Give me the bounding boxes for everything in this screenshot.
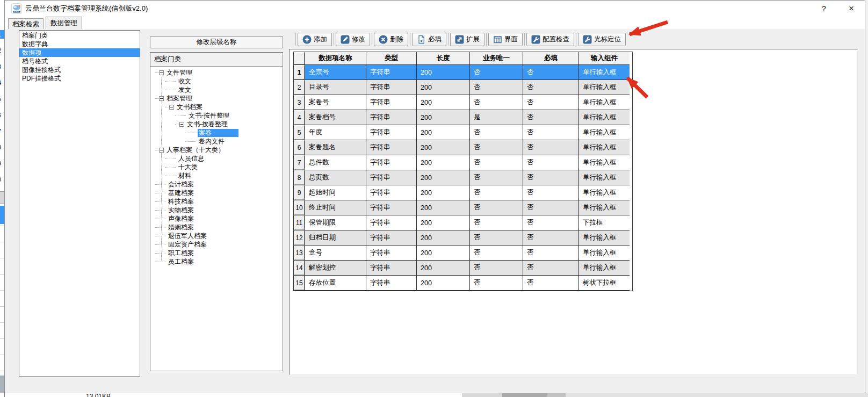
table-row[interactable]: 8总页数字符串200否否单行输入框 (294, 170, 632, 185)
rename-level-button[interactable]: 修改层级名称 (150, 36, 283, 48)
tree-item-receive-doc[interactable]: 收文 (150, 77, 283, 85)
tab-data-management[interactable]: 数据管理 (46, 17, 82, 29)
tree-item-case-volume[interactable]: 案卷 (150, 128, 283, 137)
tree-item-employee-archive[interactable]: 员工档案 (150, 257, 283, 266)
table-row[interactable]: 10终止时间字符串200否否单行输入框 (294, 200, 632, 215)
column-header-required[interactable]: 必填 (523, 52, 579, 65)
add-button[interactable]: 添加 (298, 33, 332, 46)
cell-name: 案卷档号 (305, 110, 366, 125)
cell-required: 否 (523, 261, 579, 276)
sidebar-item-docnum-format[interactable]: 档号格式 (19, 57, 140, 66)
tree-item-scitech-archive[interactable]: 科技档案 (150, 197, 283, 206)
cell-name: 案卷号 (305, 95, 366, 110)
tree-item-doc-by-volume[interactable]: 文书-按卷整理 (150, 120, 283, 128)
tree-item-fixed-assets-archive[interactable]: 固定资产档案 (150, 240, 283, 249)
tree-item-audio-visual-archive[interactable]: 声像档案 (150, 214, 283, 223)
row-number-cell[interactable]: 6 (294, 140, 305, 155)
tree-expander-collapse-icon[interactable] (169, 105, 174, 110)
table-row[interactable]: 7总件数字符串200否否单行输入框 (294, 155, 632, 170)
tree-item-materials[interactable]: 材料 (150, 171, 283, 180)
tree-item-personnel-info[interactable]: 人员信息 (150, 154, 283, 163)
delete-button[interactable]: 删除 (374, 33, 408, 46)
help-button[interactable]: ? (815, 1, 833, 17)
tree-item-document-archive[interactable]: 文书档案 (150, 103, 283, 111)
tree-item-file-management[interactable]: 文件管理 (150, 68, 283, 77)
document-icon (417, 35, 426, 44)
tree-expander-collapse-icon[interactable] (179, 122, 184, 127)
row-number-cell[interactable]: 15 (294, 276, 305, 291)
table-row[interactable]: 3案卷号字符串200否否单行输入框 (294, 95, 632, 110)
tree-expander-collapse-icon[interactable] (159, 70, 164, 75)
row-number-cell[interactable]: 7 (294, 155, 305, 170)
row-number-cell[interactable]: 14 (294, 261, 305, 276)
cursor-locate-button[interactable]: 光标定位 (578, 33, 626, 46)
tree-item-veteran-archive[interactable]: 退伍军人档案 (150, 232, 283, 240)
row-number-cell[interactable]: 3 (294, 95, 305, 110)
row-number-cell[interactable]: 9 (294, 185, 305, 200)
column-header-unique[interactable]: 业务唯一 (470, 52, 523, 65)
tree-item-personnel-archive[interactable]: 人事档案（十大类） (150, 146, 283, 154)
tree-item-physical-archive[interactable]: 实物档案 (150, 206, 283, 214)
close-button[interactable]: × (841, 1, 862, 17)
tree-item-label: 卷内文件 (198, 138, 226, 146)
row-number-cell[interactable]: 12 (294, 230, 305, 246)
column-header-type[interactable]: 类型 (366, 52, 417, 65)
row-number-cell[interactable]: 13 (294, 246, 305, 261)
required-button[interactable]: 必填 (412, 33, 446, 46)
sidebar-item-data-items[interactable]: 数据项 (19, 48, 140, 57)
cell-length: 200 (417, 230, 470, 246)
table-row[interactable]: 4案卷档号字符串200是否单行输入框 (294, 110, 632, 125)
table-row[interactable]: 14解密划控字符串200否否单行输入框 (294, 261, 632, 276)
row-number-cell[interactable]: 8 (294, 170, 305, 185)
tree-item-doc-by-item[interactable]: 文书-按件整理 (150, 111, 283, 120)
table-row[interactable]: 1全宗号字符串200否否单行输入框 (294, 65, 632, 80)
ui-button[interactable]: 界面 (488, 33, 523, 46)
cell-required: 否 (523, 65, 579, 80)
required-button-label: 必填 (428, 35, 442, 44)
sidebar-item-pdf-link-format[interactable]: PDF挂接格式 (19, 74, 140, 83)
tree-item-archive-management[interactable]: 档案管理 (150, 94, 283, 103)
table-row[interactable]: 5年度字符串200否否单行输入框 (294, 125, 632, 140)
table-row[interactable]: 11保管期限字符串200否否下拉框 (294, 215, 632, 230)
sidebar-item-data-dictionary[interactable]: 数据字典 (19, 40, 140, 48)
tree-item-staff-archive[interactable]: 职工档案 (150, 249, 283, 257)
row-number-cell[interactable]: 11 (294, 215, 305, 230)
row-number-cell[interactable]: 10 (294, 200, 305, 215)
table-row[interactable]: 12归档日期字符串200否否单行输入框 (294, 230, 632, 246)
tree-expander-collapse-icon[interactable] (159, 96, 164, 101)
tree-expander-collapse-icon[interactable] (159, 148, 164, 153)
expand-button[interactable]: 扩展 (450, 33, 484, 46)
row-number-cell[interactable]: 5 (294, 125, 305, 140)
tree-header: 档案门类 (150, 53, 283, 67)
tree-item-volume-files[interactable]: 卷内文件 (150, 137, 283, 146)
modify-button[interactable]: 修改 (336, 33, 370, 46)
sidebar-item-image-link-format[interactable]: 图像挂接格式 (19, 66, 140, 74)
tree-item-send-doc[interactable]: 发文 (150, 85, 283, 94)
config-check-button[interactable]: 配置检查 (526, 33, 574, 46)
tree-item-accounting-archive[interactable]: 会计档案 (150, 180, 283, 189)
column-header-name[interactable]: 数据项名称 (305, 52, 366, 65)
sidebar-list: 档案门类数据字典数据项档号格式图像挂接格式PDF挂接格式 (19, 30, 140, 377)
cell-type: 字符串 (366, 140, 417, 155)
tree-item-ten-categories[interactable]: 十大类 (150, 163, 283, 171)
row-number-cell[interactable]: 4 (294, 110, 305, 125)
table-row[interactable]: 9起始时间字符串200否否单行输入框 (294, 185, 632, 200)
row-number-cell[interactable]: 2 (294, 80, 305, 95)
column-header-widget[interactable]: 输入组件 (579, 52, 630, 65)
cell-name: 起始时间 (305, 185, 366, 200)
tree-item-infrastructure-archive[interactable]: 基建档案 (150, 189, 283, 197)
sidebar-item-archive-categories[interactable]: 档案门类 (19, 31, 140, 40)
cell-unique: 否 (470, 261, 523, 276)
tree-item-marriage-archive[interactable]: 婚姻档案 (150, 223, 283, 232)
table-row[interactable]: 13盒号字符串200否否单行输入框 (294, 246, 632, 261)
table-row[interactable]: 2目录号字符串200否否单行输入框 (294, 80, 632, 95)
cell-name: 总件数 (305, 155, 366, 170)
cell-type: 字符串 (366, 261, 417, 276)
tree-connector-stub (155, 244, 165, 245)
table-corner-cell (294, 52, 305, 65)
table-row[interactable]: 15存放位置字符串200否否树状下拉框 (294, 276, 632, 291)
column-header-length[interactable]: 长度 (417, 52, 470, 65)
tab-archive-search[interactable]: 档案检索 (8, 18, 44, 29)
table-row[interactable]: 6案卷题名字符串200否否单行输入框 (294, 140, 632, 155)
row-number-cell[interactable]: 1 (294, 65, 305, 80)
